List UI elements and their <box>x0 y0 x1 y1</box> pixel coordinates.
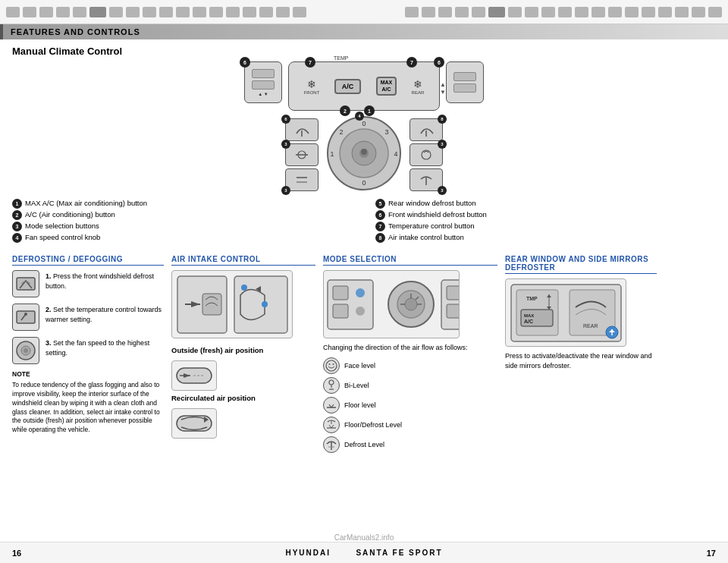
legend-badge-5: 5 <box>375 199 385 209</box>
svg-rect-30 <box>333 286 348 300</box>
mode-description: Changing the direction of the air flow a… <box>323 343 497 353</box>
defrosting-col: DEFROSTING / DEFOGGING 1. Press the fron… <box>12 255 164 533</box>
legend-item-2: 2 A/C (Air conditioning) button <box>12 210 353 220</box>
page-bar: 16 HYUNDAI SANTA FE SPORT 17 <box>0 542 728 563</box>
svg-point-25 <box>241 285 247 291</box>
tb-right-icon-1 <box>405 7 419 17</box>
top-panel-row: ▲ ▼ 6 ❄ FRONT A/C <box>12 61 716 111</box>
left-icons <box>6 7 306 17</box>
page-center: HYUNDAI SANTA FE SPORT <box>21 549 707 557</box>
brand-name: HYUNDAI <box>285 549 331 557</box>
tb-icon-1 <box>6 7 20 17</box>
legend-item-8: 8 Air intake control button <box>375 233 716 243</box>
defrost-steps: 1. Press the front windshield defrost bu… <box>12 270 164 364</box>
svg-point-46 <box>326 360 337 371</box>
outside-air-label: Outside (fresh) air position <box>171 346 315 354</box>
step-text-1: 1. Press the front windshield defrost bu… <box>46 270 164 291</box>
badge-2: 2 <box>340 105 350 116</box>
tb-right-icon-4 <box>455 7 469 17</box>
fan-speed-dial[interactable]: 0 0 1 4 2 3 <box>326 115 402 191</box>
step-num-3: 3. <box>46 339 52 347</box>
ac-button[interactable]: A/C <box>334 79 362 94</box>
badge-3-right: 3 <box>438 140 447 149</box>
floor-defrost-label: Floor/Defrost Level <box>344 421 402 429</box>
carmanuals-watermark: CarManuals2.info <box>334 533 394 542</box>
recirculated-air-label: Recirculated air position <box>171 394 315 402</box>
defrost-btn-bottom <box>453 83 476 93</box>
step-desc-2: Set the temperature control towards warm… <box>46 306 162 323</box>
rear-window-svg: TMP MAX A/C REAR <box>507 281 625 345</box>
outside-air-icon <box>175 363 213 388</box>
mode-btn-1-icon <box>293 123 310 137</box>
right-btn-3-icon <box>418 173 435 187</box>
badge-6-top: 6 <box>240 57 250 68</box>
svg-text:2: 2 <box>339 128 343 136</box>
temp-arrow-down: ▼ <box>440 89 446 96</box>
legend-badge-3: 3 <box>12 222 22 231</box>
right-icons <box>405 7 722 17</box>
step-icon-3 <box>12 337 39 364</box>
tb-icon-2 <box>23 7 36 17</box>
mode-btn-2-icon <box>293 148 310 162</box>
air-intake-svg <box>174 272 291 337</box>
legend-text-1: MAX A/C (Max air conditioning) button <box>25 199 147 208</box>
tb-right-icon-6 <box>488 7 505 17</box>
face-level-icon <box>323 357 340 374</box>
windshield-defrost-icon <box>15 273 36 294</box>
right-btn-1-icon <box>418 123 435 137</box>
max-ac-button[interactable]: MAXA/C <box>376 77 397 96</box>
tb-right-icon-14 <box>625 7 639 17</box>
tb-icon-4 <box>56 7 70 17</box>
right-btn-2-icon <box>418 148 435 162</box>
badge-8: 8 <box>438 115 447 124</box>
step-row-1: 1. Press the front windshield defrost bu… <box>12 270 164 297</box>
legend-badge-8: 8 <box>375 233 385 243</box>
tb-icon-10 <box>159 7 173 17</box>
recirculated-air-icon <box>175 411 213 436</box>
climate-panels: ▲ ▼ 6 ❄ FRONT A/C <box>12 61 716 250</box>
mode-btn-1 <box>285 118 318 141</box>
floordefrost-icon-svg <box>325 418 338 432</box>
fan-btn-2 <box>252 80 275 90</box>
tb-icon-15 <box>243 7 256 17</box>
fan-btn-1 <box>252 69 275 78</box>
defrost-level-label: Defrost Level <box>344 441 384 448</box>
tb-right-icon-9 <box>541 7 555 17</box>
badge-3-mode3: 3 <box>281 186 290 195</box>
mode-list: Face level Bi-Level <box>323 357 497 453</box>
step-row-3: 3. Set the fan speed to the highest sett… <box>12 337 164 364</box>
tb-icon-17 <box>276 7 290 17</box>
rear-window-col: REAR WINDOW AND SIDE MIRRORS DEFROSTER T… <box>505 255 657 533</box>
svg-text:3: 3 <box>384 128 388 136</box>
svg-rect-42 <box>447 286 459 300</box>
svg-text:REAR: REAR <box>583 323 598 329</box>
legend-item-6: 6 Front windshield defrost button <box>375 210 716 220</box>
tb-right-icon-8 <box>525 7 538 17</box>
legend-right: 5 Rear window defrost button 6 Front win… <box>375 199 716 244</box>
tb-right-icon-11 <box>575 7 588 17</box>
defrost-level-icon <box>323 436 340 453</box>
tb-icon-11 <box>176 7 190 17</box>
badge-temp: 7 <box>305 57 315 68</box>
temp-arrow-up: ▲ <box>440 81 446 88</box>
recirculated-air-icon-box <box>171 408 217 439</box>
tb-icon-12 <box>193 7 206 17</box>
legend-text-4: Fan speed control knob <box>25 233 100 242</box>
defrost-left-area: ❄ FRONT <box>304 78 320 95</box>
face-level-label: Face level <box>344 362 375 370</box>
mode-item-floor: Floor level <box>323 397 497 414</box>
step-desc-1: Press the front windshield defrost butto… <box>46 272 154 290</box>
step-desc-3: Set the fan speed to the highest setting… <box>46 339 149 357</box>
section-header-text: FEATURES AND CONTROLS <box>11 27 140 36</box>
svg-text:TMP: TMP <box>526 296 538 301</box>
tb-right-icon-13 <box>608 7 622 17</box>
svg-point-33 <box>356 307 365 316</box>
main-ac-panel: ❄ FRONT A/C MAXA/C ❄ REAR <box>288 61 440 111</box>
note-box: NOTE To reduce tendency of the glass fog… <box>12 370 164 435</box>
main-content: Manual Climate Control ▲ ▼ 6 <box>0 39 728 539</box>
tb-right-icon-5 <box>472 7 485 17</box>
legend-badge-7: 7 <box>375 222 385 231</box>
tb-right-icon-10 <box>558 7 572 17</box>
tb-icon-9 <box>143 7 156 17</box>
defrost-rear-icon: ❄ <box>413 78 422 90</box>
